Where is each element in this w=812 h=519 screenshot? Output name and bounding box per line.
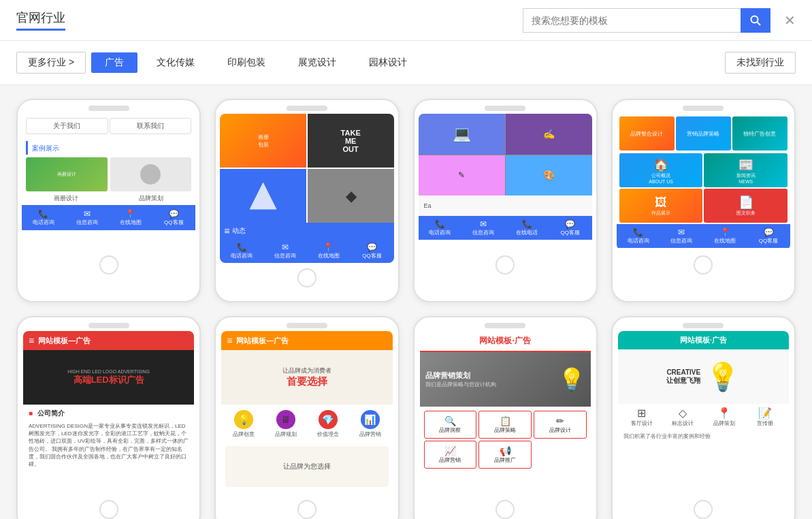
tpl3-cell-3: ✎ <box>419 155 505 196</box>
adB-circle-1: 💡 <box>234 410 253 429</box>
tpl3-cell-4: 🎨 <box>506 155 592 196</box>
nav-item-zhanlan[interactable]: 展览设计 <box>285 52 350 73</box>
adD-icon-1: ⊞ 客厅设计 <box>622 407 662 427</box>
adC-hero-image: 💡 <box>558 366 585 392</box>
adC-grid-icon-3: ✏ <box>536 415 585 426</box>
adB-label-4: 品牌营销 <box>351 430 390 438</box>
adC-grid: 🔍 品牌洞察 📋 品牌策略 ✏ 品牌设计 📈 品牌营销 <box>420 407 591 473</box>
tpl2-footer-1: 📞 电话咨询 <box>220 242 263 260</box>
adB-label-3: 价值理念 <box>308 430 348 438</box>
adD-title: 网站模板·广告 <box>680 336 727 344</box>
adC-header: 网站模板·广告 <box>420 331 591 352</box>
tpl4-footer: 📞 电话咨询 ✉ 信息咨询 📍 在线地图 💬 QQ客服 <box>617 224 790 248</box>
tpl3-footer: 📞 电话咨询 ✉ 信息咨询 📞 在线电话 💬 QQ客服 <box>419 216 592 240</box>
tpl4-footer-4: 💬 QQ客服 <box>747 227 790 245</box>
adB-circle-4: 📊 <box>361 410 380 429</box>
phone-notch-7 <box>485 323 525 328</box>
tpl3-footer-1: 📞 电话咨询 <box>419 219 462 236</box>
adC-grid-icon-2: 📋 <box>481 415 530 426</box>
adA-body: ADVERTISING DESIGN是一家专业从事专卖连锁发光标识，LED树围发… <box>23 422 194 468</box>
adD-hero-title: CREATIVE让创意飞翔 <box>666 368 700 386</box>
adD-icon-3: 📍 品牌策划 <box>704 407 744 427</box>
tpl4-mid-cell-3: 🖼 作品展示 <box>619 189 703 223</box>
phone-home-btn-2 <box>297 268 316 287</box>
adA-hamburger-icon: ≡ <box>29 335 34 346</box>
search-button[interactable] <box>741 8 770 33</box>
adD-hero: CREATIVE让创意飞翔 💡 <box>618 349 789 404</box>
template-card-4[interactable]: 品牌整合设计 营销品牌策略 独特广告创意 🏠 公司概况ABOUT US <box>611 99 796 302</box>
tpl2-cell-2: TAKEMEOUT <box>308 114 394 168</box>
adB-hero: 让品牌成为消费者 首要选择 <box>221 350 392 405</box>
nav-more-button[interactable]: 更多行业 > <box>16 52 86 74</box>
nav-item-yinshua[interactable]: 印刷包装 <box>214 52 279 73</box>
phone-screen-2: 画册包装 TAKEMEOUT ◆ ≡ 动态 <box>220 114 393 263</box>
tpl4-cell-1: 品牌整合设计 <box>619 116 675 151</box>
template-card-8[interactable]: 网站模板·广告 CREATIVE让创意飞翔 💡 ⊞ 客厅设计 ◇ 标志设计 <box>611 316 796 519</box>
template-card-6[interactable]: ≡ 网站模板—广告 让品牌成为消费者 首要选择 💡 品牌创意 🖥 <box>214 316 399 519</box>
tpl1-buttons: 关于我们 联系我们 <box>22 114 195 138</box>
adC-hero-sub: 我们是品牌策略与您设计机构 <box>425 381 496 388</box>
phone-screen-6: ≡ 网站模板—广告 让品牌成为消费者 首要选择 💡 品牌创意 🖥 <box>221 331 392 494</box>
adC-hero-title: 品牌营销策划 <box>425 371 496 381</box>
tpl1-img-2 <box>110 157 192 191</box>
tpl3-footer-4: 💬 QQ客服 <box>549 219 592 236</box>
nav-item-guanggao[interactable]: 广告 <box>91 52 137 73</box>
phone-home-btn-5 <box>99 500 118 519</box>
nav-bar: 更多行业 > 广告 文化传媒 印刷包装 展览设计 园林设计 未找到行业 <box>0 41 812 85</box>
nav-item-yuanlin[interactable]: 园林设计 <box>355 52 421 73</box>
template-card-1[interactable]: 关于我们 联系我们 案例展示 画册设计 画册设计 品牌策划 <box>16 99 201 302</box>
adA-section-title: ■ 公司简介 <box>23 405 194 422</box>
template-card-5[interactable]: ≡ 网站模板—广告 HIGH END LED LOGO ADVERTISING … <box>16 316 201 519</box>
adB-hero-line1: 让品牌成为消费者 <box>282 366 331 375</box>
svg-line-1 <box>758 22 761 25</box>
template-card-2[interactable]: 画册包装 TAKEMEOUT ◆ ≡ 动态 <box>214 99 399 302</box>
phone-screen-1: 关于我们 联系我们 案例展示 画册设计 画册设计 品牌策划 <box>22 114 195 250</box>
adB-hero-text: 让品牌成为消费者 首要选择 <box>282 366 331 388</box>
search-input[interactable] <box>523 8 741 33</box>
tpl3-cell-2: ✍ <box>506 114 592 155</box>
phone-home-btn-4 <box>694 255 713 274</box>
adC-grid-4: 📈 品牌营销 <box>424 441 477 469</box>
phone-notch-1 <box>88 106 129 111</box>
tpl4-mid-cell-4: 📄 图文职务 <box>704 189 787 223</box>
nav-not-found-button[interactable]: 未找到行业 <box>725 52 796 74</box>
adC-grid-icon-5: 📢 <box>481 445 530 456</box>
adC-title: 网站模板·广告 <box>479 336 530 345</box>
template-card-3[interactable]: 💻 ✍ ✎ 🎨 Ea 📞 <box>413 99 598 302</box>
tpl1-contact-btn: 联系我们 <box>110 118 192 134</box>
tpl4-top: 品牌整合设计 营销品牌策略 独特广告创意 <box>617 114 790 153</box>
tpl2-footer-4: 💬 QQ客服 <box>351 242 394 260</box>
template-card-7[interactable]: 网站模板·广告 品牌营销策划 我们是品牌策略与您设计机构 💡 🔍 品牌洞察 <box>413 316 598 519</box>
adB-hero-line2: 首要选择 <box>282 375 331 388</box>
adC-grid-icon-4: 📈 <box>426 445 475 456</box>
adD-header: 网站模板·广告 <box>618 331 789 349</box>
phone-notch-5 <box>88 323 129 328</box>
tpl2-nav-label: 动态 <box>232 226 246 236</box>
tpl1-section-title: 案例展示 <box>26 141 191 155</box>
tpl1-footer-1: 📞 电话咨询 <box>22 209 65 226</box>
phone-notch-2 <box>287 106 327 111</box>
nav-item-wenhua[interactable]: 文化传媒 <box>143 52 208 73</box>
adD-icons: ⊞ 客厅设计 ◇ 标志设计 📍 品牌策划 📝 宣传册 <box>618 404 789 430</box>
tpl1-label-2: 品牌策划 <box>111 194 192 203</box>
tpl4-footer-1: 📞 电话咨询 <box>617 227 660 245</box>
adD-bulb-icon: 💡 <box>706 361 740 393</box>
adD-icon-2: ◇ 标志设计 <box>663 407 702 427</box>
adA-hero-main: 高端LED标识广告 <box>67 374 150 386</box>
adB-icons: 💡 品牌创意 🖥 品牌规划 💎 价值理念 📊 品牌营销 <box>221 405 392 443</box>
tpl2-footer-3: 📍 在线地图 <box>307 242 351 260</box>
tpl4-cell-2: 营销品牌策略 <box>676 116 731 151</box>
tpl1-about-btn: 关于我们 <box>26 118 108 134</box>
tpl1-footer: 📞 电话咨询 ✉ 信息咨询 📍 在线地图 💬 QQ客服 <box>22 205 195 230</box>
phone-screen-3: 💻 ✍ ✎ 🎨 Ea 📞 <box>419 114 592 250</box>
adA-hero-text: HIGH END LED LOGO ADVERTISING 高端LED标识广告 <box>67 369 150 386</box>
adB-icon-3: 💎 价值理念 <box>308 410 348 438</box>
search-bar: ✕ <box>523 8 796 33</box>
tpl1-images: 画册设计 <box>22 157 195 191</box>
tpl2-nav: ≡ 动态 <box>220 223 393 239</box>
adA-hero-sub: HIGH END LED LOGO ADVERTISING <box>67 369 150 374</box>
tpl1-footer-3: 📍 在线地图 <box>109 209 152 226</box>
close-button[interactable]: ✕ <box>784 12 796 29</box>
search-icon <box>749 14 762 27</box>
tpl2-footer: 📞 电话咨询 ✉ 信息咨询 📍 在线地图 💬 QQ客服 <box>220 239 393 263</box>
